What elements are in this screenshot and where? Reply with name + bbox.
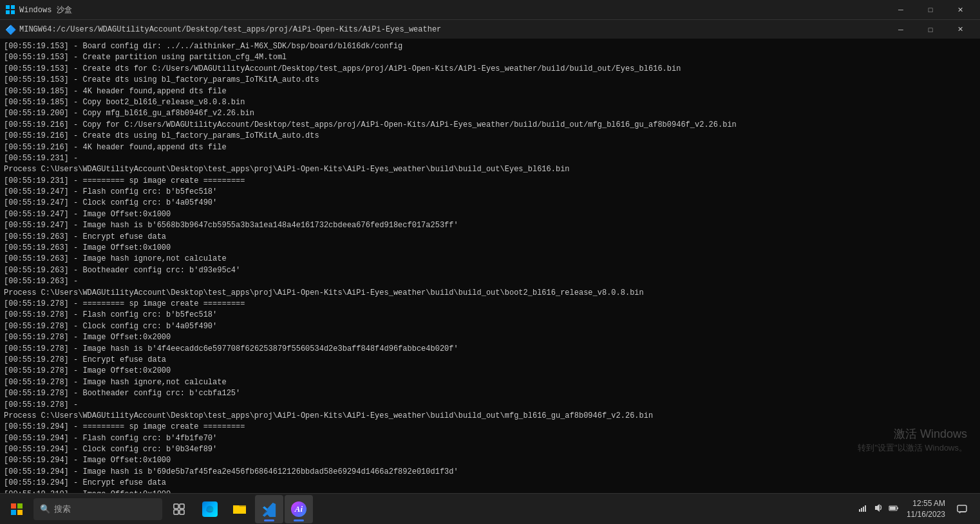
title-bar-controls: ─ □ ✕ bbox=[886, 0, 975, 19]
search-icon: 🔍 bbox=[40, 504, 50, 514]
svg-rect-19 bbox=[957, 505, 966, 512]
svg-rect-8 bbox=[174, 504, 178, 509]
battery-icon[interactable] bbox=[887, 501, 900, 517]
window-icon bbox=[5, 5, 15, 15]
taskbar-app-explorer[interactable] bbox=[225, 495, 254, 523]
title-bar: Windows 沙盒 ─ □ ✕ bbox=[0, 0, 980, 19]
explorer-icon bbox=[232, 501, 247, 517]
clock-date: 11/16/2023 bbox=[907, 509, 945, 520]
tray-icons bbox=[856, 501, 900, 517]
terminal-output: [00:55:19.153] - Board config dir: ../..… bbox=[4, 41, 976, 493]
svg-rect-10 bbox=[174, 510, 178, 514]
second-bar-title: MINGW64:/c/Users/WDAGUtilityAccount/Desk… bbox=[19, 25, 886, 34]
edge-icon bbox=[202, 501, 218, 517]
svg-rect-11 bbox=[180, 510, 184, 514]
svg-rect-1 bbox=[11, 5, 15, 9]
mingw-icon: 🔷 bbox=[5, 24, 15, 35]
svg-rect-7 bbox=[17, 510, 23, 515]
taskbar-search[interactable]: 🔍 搜索 bbox=[33, 498, 162, 520]
taskbar-app-ai[interactable]: Ai bbox=[285, 495, 313, 523]
vscode-icon bbox=[261, 501, 277, 517]
ai-app-icon: Ai bbox=[291, 501, 306, 517]
second-close-button[interactable]: ✕ bbox=[945, 20, 975, 39]
svg-rect-5 bbox=[17, 503, 23, 509]
second-bar: 🔷 MINGW64:/c/Users/WDAGUtilityAccount/De… bbox=[0, 19, 980, 39]
svg-rect-13 bbox=[861, 508, 862, 512]
clock-time: 12:55 AM bbox=[907, 498, 945, 509]
system-tray: 12:55 AM 11/16/2023 bbox=[851, 498, 977, 520]
notifications-button[interactable] bbox=[952, 499, 972, 519]
windows-logo-icon bbox=[11, 503, 23, 515]
maximize-button[interactable]: □ bbox=[916, 0, 945, 19]
svg-rect-4 bbox=[11, 503, 16, 509]
second-minimize-button[interactable]: ─ bbox=[886, 20, 916, 39]
search-text: 搜索 bbox=[54, 503, 71, 515]
svg-rect-3 bbox=[11, 10, 15, 14]
terminal[interactable]: [00:55:19.153] - Board config dir: ../..… bbox=[0, 39, 980, 493]
svg-rect-0 bbox=[6, 5, 10, 9]
taskbar: 🔍 搜索 bbox=[0, 493, 980, 524]
close-button[interactable]: ✕ bbox=[945, 0, 975, 19]
second-bar-controls: ─ □ ✕ bbox=[886, 20, 975, 39]
svg-rect-6 bbox=[11, 510, 16, 515]
volume-icon[interactable] bbox=[872, 501, 885, 517]
taskbar-app-vscode[interactable] bbox=[255, 495, 283, 523]
svg-rect-12 bbox=[859, 509, 860, 512]
start-button[interactable] bbox=[3, 495, 31, 523]
task-view-button[interactable] bbox=[165, 495, 193, 523]
title-bar-text: Windows 沙盒 bbox=[19, 5, 886, 15]
svg-rect-15 bbox=[865, 505, 866, 512]
taskbar-app-edge[interactable] bbox=[196, 495, 224, 523]
network-icon[interactable] bbox=[856, 501, 869, 517]
svg-rect-9 bbox=[180, 504, 184, 509]
chat-icon bbox=[956, 503, 968, 515]
second-maximize-button[interactable]: □ bbox=[916, 20, 945, 39]
system-clock[interactable]: 12:55 AM 11/16/2023 bbox=[904, 498, 948, 520]
svg-rect-17 bbox=[897, 507, 898, 509]
task-view-icon bbox=[173, 503, 185, 515]
taskbar-apps: Ai bbox=[193, 495, 851, 523]
svg-rect-18 bbox=[890, 507, 896, 510]
svg-rect-2 bbox=[6, 10, 10, 14]
svg-rect-14 bbox=[863, 507, 864, 512]
minimize-button[interactable]: ─ bbox=[886, 0, 916, 19]
